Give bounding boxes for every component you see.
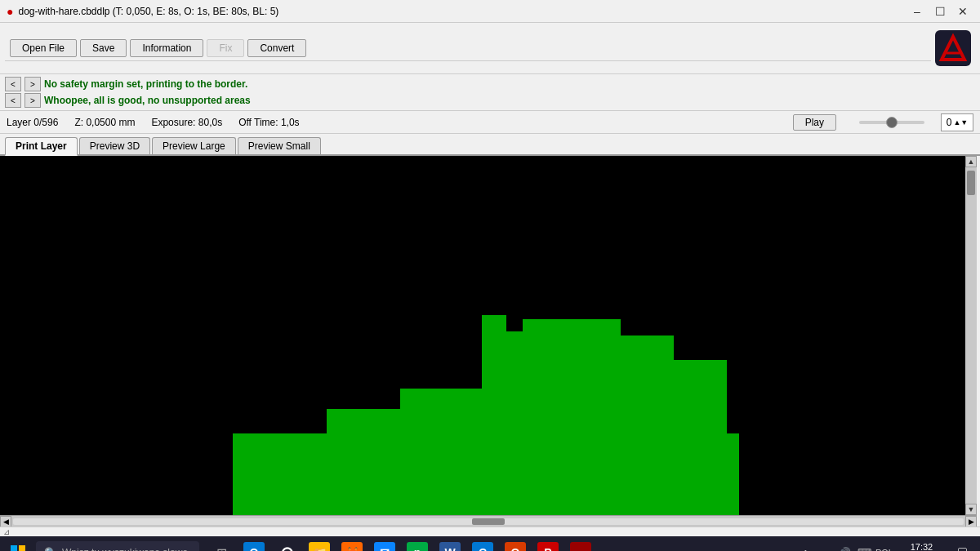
start-button[interactable]	[0, 536, 36, 551]
corner-icon: ⊿	[3, 527, 10, 536]
save-button[interactable]: Save	[80, 39, 127, 57]
counter-box: 0 ▲▼	[941, 113, 973, 131]
main-canvas: ▲ ▼	[0, 156, 977, 515]
minimize-button[interactable]: –	[906, 3, 928, 20]
firefox-icon: 🦊	[341, 542, 363, 551]
scroll-left-arrow[interactable]: ◀	[0, 516, 11, 527]
scroll-thumb-vertical[interactable]	[967, 171, 975, 195]
explorer-icon: 📁	[309, 542, 330, 551]
slider-track[interactable]	[859, 121, 924, 124]
app-logo	[931, 26, 975, 70]
taskbar-word[interactable]: W	[434, 536, 466, 551]
language-label: POL	[875, 548, 893, 551]
play-button[interactable]: Play	[793, 114, 836, 131]
layer-preview-svg	[0, 156, 965, 515]
tab-preview-3d[interactable]: Preview 3D	[79, 137, 150, 154]
taskbar-app-red2[interactable]: ●	[565, 536, 596, 551]
windows-logo-icon	[10, 544, 26, 551]
horizontal-scrollbar[interactable]: ◀ ▶	[0, 515, 977, 527]
search-placeholder: Wpisz tu wyszukiwane słowa	[62, 547, 188, 551]
fix-button: Fix	[207, 39, 244, 57]
cortana-icon: C	[472, 542, 493, 551]
systray-network[interactable]	[817, 544, 834, 551]
scroll-down-arrow[interactable]: ▼	[965, 504, 977, 515]
convert-button[interactable]: Convert	[247, 39, 306, 57]
chrome-icon: ⊙	[276, 542, 297, 551]
messages-area: < > No safety margin set, printing to th…	[0, 74, 980, 111]
taskbar-outlook[interactable]: O	[238, 536, 270, 551]
nav-next-btn-1[interactable]: >	[24, 77, 41, 91]
thunderbird-icon: ✉	[374, 542, 395, 551]
word-icon: W	[439, 542, 461, 551]
search-icon: 🔍	[44, 547, 57, 552]
title-bar: ● dog-with-hare.cbddlp (T: 0,050, E: 8s,…	[0, 0, 980, 23]
canvas-container: ▲ ▼ ◀ ▶ ⊿	[0, 156, 980, 536]
taskbar-thunderbird[interactable]: ✉	[369, 536, 400, 551]
svg-rect-3	[11, 545, 17, 551]
canvas-row: ▲ ▼	[0, 156, 980, 515]
close-button[interactable]: ✕	[952, 3, 973, 20]
slider-container	[859, 121, 924, 124]
scroll-right-arrow[interactable]: ▶	[965, 516, 977, 527]
taskbar-app-green[interactable]: n	[402, 536, 433, 551]
counter-value: 0	[947, 117, 952, 128]
windows-taskbar: 🔍 Wpisz tu wyszukiwane słowa ⊞ O ⊙ 📁 🦊 ✉	[0, 536, 980, 551]
notification-icon: 🗨	[956, 546, 968, 551]
window-title: dog-with-hare.cbddlp (T: 0,050, E: 8s, O…	[18, 6, 278, 17]
taskbar-chrome[interactable]: ⊙	[271, 536, 302, 551]
scroll-up-arrow[interactable]: ▲	[965, 156, 977, 167]
office-icon: O	[505, 542, 526, 551]
app-red2-icon: ●	[570, 542, 591, 551]
scroll-thumb-horizontal[interactable]	[472, 518, 505, 525]
tab-print-layer[interactable]: Print Layer	[5, 137, 78, 156]
nav-prev-btn-1[interactable]: <	[5, 77, 21, 91]
toolbar: Open File Save Information Fix Convert	[5, 36, 931, 61]
clock-time: 17:32	[911, 541, 933, 551]
status-bottom-bar: ⊿	[0, 527, 980, 536]
prusa-icon: P	[537, 542, 559, 551]
nav-next-btn-2[interactable]: >	[24, 93, 41, 108]
logo-svg	[935, 30, 971, 66]
off-time-status: Off Time: 1,0s	[238, 117, 299, 128]
taskbar-explorer[interactable]: 📁	[304, 536, 335, 551]
layer-status: Layer 0/596	[7, 117, 58, 128]
systray-keyboard[interactable]: ⌨	[857, 544, 873, 551]
svg-rect-4	[19, 545, 25, 551]
app-icon-small: ●	[7, 5, 13, 18]
tab-preview-small[interactable]: Preview Small	[238, 137, 321, 154]
tab-preview-large[interactable]: Preview Large	[152, 137, 236, 154]
taskbar-search[interactable]: 🔍 Wpisz tu wyszukiwane słowa	[36, 541, 199, 551]
network-icon	[819, 546, 832, 551]
open-file-button[interactable]: Open File	[10, 39, 77, 57]
window-controls: – ☐ ✕	[906, 3, 973, 20]
notification-button[interactable]: 🗨	[951, 536, 973, 551]
systray: ∧ 🔊 ⌨ POL 17:32 05.09.2020 🗨	[798, 536, 980, 551]
taskbar-cortana[interactable]: C	[467, 536, 498, 551]
app-green-icon: n	[407, 542, 428, 551]
nav-prev-btn-2[interactable]: <	[5, 93, 21, 108]
message-1: No safety margin set, printing to the bo…	[44, 78, 247, 90]
clock-area[interactable]: 17:32 05.09.2020	[896, 541, 947, 551]
exposure-status: Exposure: 80,0s	[151, 117, 222, 128]
slider-thumb[interactable]	[886, 117, 898, 128]
scroll-track-horizontal[interactable]	[13, 518, 964, 525]
taskbar-office[interactable]: O	[500, 536, 531, 551]
vertical-scrollbar[interactable]: ▲ ▼	[965, 156, 977, 515]
taskbar-firefox[interactable]: 🦊	[336, 536, 368, 551]
outlook-icon: O	[243, 542, 265, 551]
taskbar-apps: ⊞ O ⊙ 📁 🦊 ✉ n W C	[206, 536, 596, 551]
tabs-bar: Print Layer Preview 3D Preview Large Pre…	[0, 134, 980, 156]
systray-sound[interactable]: 🔊	[837, 544, 853, 551]
systray-chevron[interactable]: ∧	[798, 544, 814, 551]
taskview-icon: ⊞	[216, 545, 227, 552]
z-status: Z: 0,0500 mm	[74, 117, 135, 128]
status-bar: Layer 0/596 Z: 0,0500 mm Exposure: 80,0s…	[0, 111, 980, 134]
systray-language[interactable]: POL	[876, 544, 893, 551]
taskbar-taskview[interactable]: ⊞	[206, 536, 237, 551]
message-2: Whoopee, all is good, no unsupported are…	[44, 95, 251, 106]
taskbar-prusa[interactable]: P	[532, 536, 564, 551]
maximize-button[interactable]: ☐	[929, 3, 951, 20]
information-button[interactable]: Information	[130, 39, 203, 57]
counter-spin[interactable]: ▲▼	[953, 118, 968, 127]
